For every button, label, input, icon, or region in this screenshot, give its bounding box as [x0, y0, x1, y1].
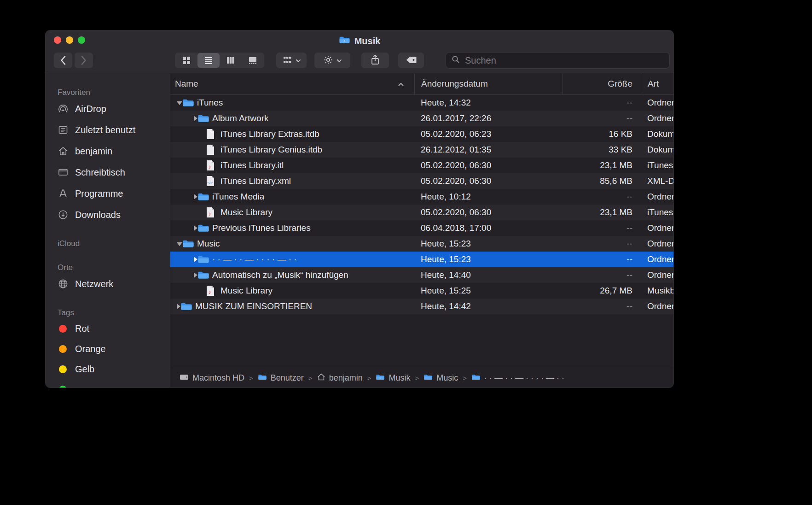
- icon-view-button[interactable]: [175, 53, 197, 68]
- size-cell: --: [563, 113, 641, 123]
- file-name: iTunes Media: [212, 192, 264, 202]
- column-header-label: Größe: [608, 79, 632, 89]
- sidebar-section: iCloud: [46, 238, 170, 249]
- group-by-button[interactable]: [276, 53, 307, 68]
- file-name: Previous iTunes Libraries: [212, 223, 311, 233]
- sidebar-item-airdrop[interactable]: AirDrop: [46, 98, 170, 119]
- sidebar: FavoritenAirDropZuletzt benutztbenjaminS…: [46, 73, 170, 388]
- sidebar-item-netzwerk[interactable]: Netzwerk: [46, 273, 170, 294]
- svg-text:</>: </>: [207, 181, 213, 185]
- file-name: · · — · · — · · · · — · ·: [212, 254, 297, 264]
- file-row[interactable]: Album Artwork26.01.2017, 22:26--Ordner: [170, 111, 673, 126]
- recents-icon: [57, 124, 69, 135]
- pathbar-separator: >: [308, 374, 313, 382]
- pathbar-label: Musik: [389, 373, 410, 383]
- sidebar-item-programme[interactable]: Programme: [46, 183, 170, 204]
- name-cell: ♪Music Library: [170, 207, 414, 218]
- file-row[interactable]: Previous iTunes Libraries06.04.2018, 17:…: [170, 220, 673, 236]
- pathbar-item[interactable]: Music: [423, 373, 458, 383]
- sidebar-item-tag[interactable]: [46, 379, 170, 388]
- file-row[interactable]: ♪Music LibraryHeute, 15:2526,7 MBMusikbi…: [170, 283, 673, 299]
- file-row[interactable]: </>iTunes Library.xml05.02.2020, 06:3085…: [170, 173, 673, 189]
- file-row[interactable]: iTunes Library Extras.itdb05.02.2020, 06…: [170, 126, 673, 142]
- file-row[interactable]: MusicHeute, 15:23--Ordner: [170, 236, 673, 252]
- date-cell: 26.01.2017, 22:26: [414, 113, 563, 123]
- sidebar-section: FavoritenAirDropZuletzt benutztbenjaminS…: [46, 87, 170, 225]
- file-row[interactable]: iTunes MediaHeute, 10:12--Ordner: [170, 189, 673, 205]
- disclosure-triangle[interactable]: [194, 257, 197, 262]
- kind-cell: Ordner: [641, 270, 673, 280]
- file-name: iTunes Library Extras.itdb: [220, 129, 319, 139]
- pathbar-item[interactable]: benjamin: [317, 373, 363, 383]
- disclosure-triangle[interactable]: [194, 225, 197, 231]
- file-row[interactable]: iTunesHeute, 14:32--Ordner: [170, 95, 673, 111]
- tags-button[interactable]: [398, 53, 424, 68]
- column-header-gr-e[interactable]: Größe: [563, 73, 641, 94]
- disclosure-triangle[interactable]: [194, 194, 197, 200]
- date-cell: 06.04.2018, 17:00: [414, 223, 563, 233]
- xml-doc-icon: </>: [206, 176, 220, 187]
- file-row[interactable]: MUSIK ZUM EINSORTIERENHeute, 14:42--Ordn…: [170, 299, 673, 314]
- itunes-doc-icon: ♪: [206, 207, 220, 218]
- size-cell: 26,7 MB: [563, 286, 641, 296]
- file-row[interactable]: ♪Music Library05.02.2020, 06:3023,1 MBiT…: [170, 205, 673, 220]
- file-row[interactable]: ♪iTunes Library.itl05.02.2020, 06:3023,1…: [170, 158, 673, 173]
- name-cell: MUSIK ZUM EINSORTIEREN: [170, 301, 414, 311]
- file-row[interactable]: Automatisch zu „Musik“ hinzufügenHeute, …: [170, 267, 673, 283]
- svg-text:♪: ♪: [209, 289, 211, 295]
- sidebar-item-label: Netzwerk: [75, 279, 113, 289]
- tag-color-icon: [57, 365, 69, 373]
- column-header-art[interactable]: Art: [641, 73, 673, 94]
- pathbar-label: Macintosh HD: [192, 373, 244, 383]
- back-button[interactable]: [54, 53, 72, 68]
- file-row[interactable]: iTunes Library Genius.itdb26.12.2012, 01…: [170, 142, 673, 158]
- disclosure-triangle[interactable]: [177, 304, 180, 309]
- name-cell: · · — · · — · · · · — · ·: [170, 254, 414, 264]
- action-menu-button[interactable]: [314, 53, 350, 68]
- name-cell: iTunes Library Extras.itdb: [170, 129, 414, 140]
- size-cell: --: [563, 254, 641, 264]
- sidebar-item-schreibtisch[interactable]: Schreibtisch: [46, 162, 170, 183]
- file-row[interactable]: · · — · · — · · · · — · ·Heute, 15:23--O…: [170, 252, 673, 267]
- column-view-button[interactable]: [220, 53, 242, 68]
- sidebar-item-orange[interactable]: Orange: [46, 339, 170, 359]
- tag-color-icon: [57, 325, 69, 333]
- pathbar-item[interactable]: ♪Musik: [376, 373, 410, 383]
- date-cell: Heute, 15:25: [414, 286, 563, 296]
- forward-button[interactable]: [75, 53, 93, 68]
- folder-icon: [197, 114, 212, 123]
- kind-cell: Dokument: [641, 129, 673, 139]
- sidebar-item-downloads[interactable]: Downloads: [46, 204, 170, 225]
- list-view-button[interactable]: [197, 53, 220, 68]
- sidebar-item-rot[interactable]: Rot: [46, 318, 170, 339]
- folder-icon: [197, 223, 212, 233]
- date-cell: 05.02.2020, 06:30: [414, 176, 563, 186]
- search-field[interactable]: [446, 52, 670, 69]
- size-cell: 23,1 MB: [563, 207, 641, 217]
- pathbar-item[interactable]: Macintosh HD: [180, 373, 244, 383]
- column-header-name[interactable]: Name: [170, 73, 414, 94]
- kind-cell: Ordner: [641, 239, 673, 249]
- titlebar[interactable]: ♪ Musik: [46, 30, 673, 73]
- date-cell: Heute, 14:42: [414, 301, 563, 311]
- kind-cell: Musikbibliothek: [641, 286, 673, 296]
- disclosure-triangle[interactable]: [194, 272, 197, 278]
- sidebar-item-zuletzt-benutzt[interactable]: Zuletzt benutzt: [46, 119, 170, 141]
- size-cell: --: [563, 301, 641, 311]
- column-header--nderungsdatum[interactable]: Änderungsdatum: [414, 73, 563, 94]
- size-cell: --: [563, 270, 641, 280]
- pathbar-item[interactable]: · · — · · — · · · · — · ·: [471, 373, 564, 383]
- doc-icon: [206, 144, 220, 155]
- sidebar-item-gelb[interactable]: Gelb: [46, 359, 170, 379]
- pathbar-label: Music: [436, 373, 458, 383]
- pathbar-item[interactable]: Benutzer: [258, 373, 304, 383]
- disclosure-triangle[interactable]: [177, 242, 182, 246]
- gallery-view-button[interactable]: [242, 53, 264, 68]
- disclosure-triangle[interactable]: [177, 101, 182, 105]
- search-icon: [452, 55, 460, 65]
- share-button[interactable]: [361, 53, 389, 68]
- search-input[interactable]: [464, 55, 664, 66]
- sidebar-item-benjamin[interactable]: benjamin: [46, 141, 170, 162]
- disclosure-triangle[interactable]: [194, 116, 197, 121]
- folder-icon: [197, 192, 212, 201]
